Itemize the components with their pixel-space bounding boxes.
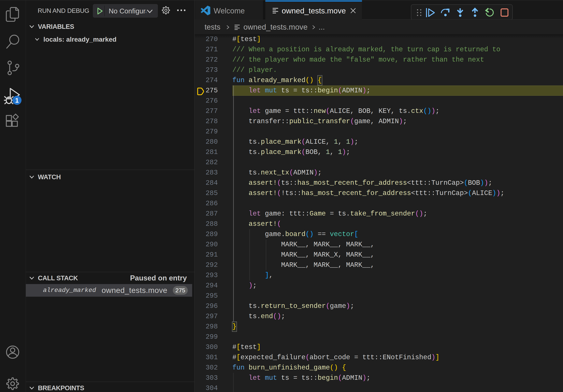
svg-text:1: 1	[15, 97, 19, 104]
